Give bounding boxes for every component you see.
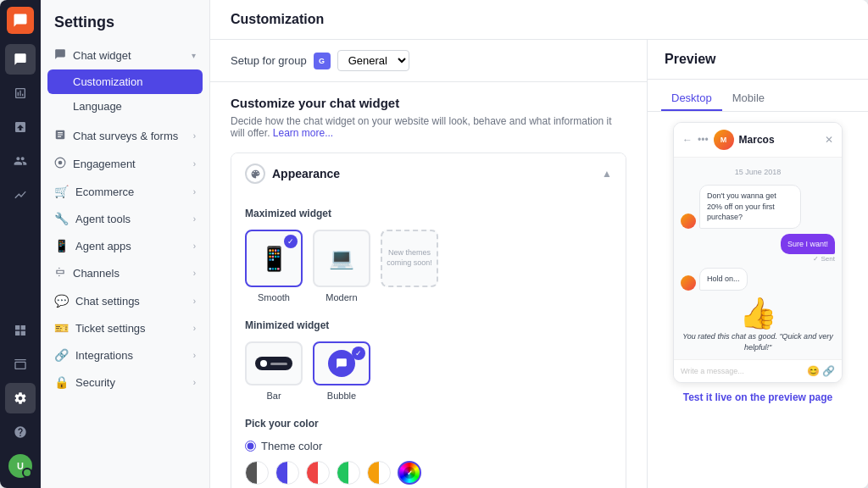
sidebar-sub-language[interactable]: Language	[41, 94, 209, 119]
agent-tools-label: Agent tools	[75, 213, 131, 225]
nav-settings[interactable]	[5, 383, 36, 413]
user-avatar[interactable]: U	[8, 454, 32, 478]
swatch-half-white[interactable]	[245, 461, 269, 485]
tab-mobile[interactable]: Mobile	[722, 86, 775, 111]
chevron-right-8-icon: ›	[193, 324, 196, 333]
nav-grid[interactable]	[5, 315, 36, 346]
nav-chat[interactable]	[5, 44, 36, 75]
sidebar-item-agent-tools[interactable]: 🔧 Agent tools ›	[41, 205, 209, 232]
panel-desc: Decide how the chat widget on your websi…	[231, 115, 626, 139]
sidebar-item-agent-apps[interactable]: 📱 Agent apps ›	[41, 232, 209, 259]
color-swatches: ✓	[245, 461, 612, 485]
live-link-suffix: on the preview page	[732, 391, 833, 403]
msg-row-agent-1: Don't you wanna get 20% off on your firs…	[681, 185, 835, 229]
sidebar-title: Settings	[41, 14, 209, 42]
channels-icon	[54, 266, 66, 280]
bar-dot	[260, 360, 267, 367]
nav-box[interactable]	[5, 349, 36, 380]
swatch-red[interactable]	[306, 461, 330, 485]
chevron-right-6-icon: ›	[193, 269, 196, 278]
theme-color-input[interactable]	[245, 441, 256, 452]
chevron-right-5-icon: ›	[193, 241, 196, 251]
color-section: Pick your color Theme color	[245, 418, 612, 488]
widget-option-bubble: ✓ Bubble	[313, 341, 370, 401]
appearance-icon	[245, 164, 265, 184]
sidebar-item-integrations[interactable]: 🔗 Integrations ›	[41, 341, 209, 369]
check-badge-bubble: ✓	[352, 347, 365, 360]
widget-option-box-bar[interactable]	[245, 341, 303, 385]
minimized-options: Bar ✓ Bubble	[245, 341, 612, 401]
smooth-icon: 📱	[259, 245, 289, 273]
sidebar-item-engagement[interactable]: Engagement ›	[41, 150, 209, 178]
appearance-header-left: Appearance	[245, 164, 340, 184]
chat-messages: 15 June 2018 Don't you wanna get 20% off…	[674, 158, 842, 359]
sidebar-item-security[interactable]: 🔒 Security ›	[41, 369, 209, 396]
msg-rating: You rated this chat as good. "Quick and …	[681, 331, 835, 352]
smooth-label: Smooth	[258, 292, 290, 302]
nav-reports[interactable]	[5, 78, 36, 108]
app-logo[interactable]	[7, 7, 34, 34]
widget-option-box-modern[interactable]: 💻	[313, 230, 370, 287]
content-area: Setup for group G General Customize your…	[210, 40, 868, 488]
sidebar-item-ecommerce[interactable]: 🛒 Ecommerce ›	[41, 178, 209, 205]
swatch-rainbow[interactable]: ✓	[398, 461, 421, 485]
pick-color-title: Pick your color	[245, 418, 612, 430]
learn-more-link[interactable]: Learn more...	[273, 127, 333, 139]
sidebar-item-chat-settings[interactable]: 💬 Chat settings ›	[41, 287, 209, 314]
preview-header: Preview	[648, 40, 868, 80]
engagement-label: Engagement	[73, 158, 136, 170]
widget-option-box-smooth[interactable]: ✓ 📱	[245, 230, 303, 287]
ticket-settings-icon: 🎫	[54, 321, 69, 335]
sidebar-item-ticket-settings[interactable]: 🎫 Ticket settings ›	[41, 314, 209, 341]
nav-inbox[interactable]	[5, 112, 36, 142]
chevron-right-4-icon: ›	[193, 214, 196, 224]
msg-bubble-agent-1: Don't you wanna get 20% off on your firs…	[699, 185, 801, 229]
svg-point-1	[58, 161, 63, 165]
appearance-header[interactable]: Appearance ▲	[231, 153, 626, 194]
sidebar: Settings Chat widget ▾ Customization Lan…	[41, 0, 210, 488]
chevron-down-icon: ▾	[192, 51, 196, 60]
icon-bar: U	[0, 0, 41, 488]
chat-menu-icon[interactable]: •••	[698, 134, 709, 146]
customization-panel: Setup for group G General Customize your…	[210, 40, 648, 488]
emoji-icon[interactable]: 😊	[807, 365, 820, 377]
minimized-widget-title: Minimized widget	[245, 319, 612, 331]
ticket-settings-label: Ticket settings	[75, 322, 146, 335]
preview-live-link[interactable]: Test it live on the preview page	[683, 391, 833, 403]
group-select[interactable]: General	[337, 50, 409, 71]
chat-input-row: Write a message... 😊 🔗	[674, 359, 842, 382]
msg-avatar-1	[681, 214, 696, 229]
nav-analytics[interactable]	[5, 180, 36, 210]
chat-back-icon[interactable]: ←	[682, 134, 693, 146]
preview-panel: Preview Desktop Mobile ← ••• M Marco	[648, 40, 868, 488]
msg-bubble-user-1: Sure I want!	[781, 234, 835, 255]
sidebar-sub-customization[interactable]: Customization	[47, 69, 203, 94]
chat-widget-label: Chat widget	[73, 49, 131, 62]
chat-agent-name: Marcos	[739, 134, 775, 146]
swatch-green[interactable]	[337, 461, 360, 485]
sidebar-item-chat-widget[interactable]: Chat widget ▾	[41, 42, 209, 69]
check-badge-smooth: ✓	[284, 235, 298, 248]
msg-row-agent-2: Hold on...	[681, 268, 835, 291]
chevron-right-2-icon: ›	[193, 159, 196, 169]
sidebar-sub-chat-widget: Customization Language	[41, 69, 209, 119]
preview-body: ← ••• M Marcos ✕ 15 June 2018	[648, 112, 868, 488]
chat-settings-icon: 💬	[54, 294, 69, 308]
swatch-orange[interactable]	[367, 461, 391, 485]
tab-desktop[interactable]: Desktop	[661, 86, 722, 111]
attachment-icon[interactable]: 🔗	[822, 365, 835, 377]
nav-help[interactable]	[5, 417, 36, 447]
chat-close-icon[interactable]: ✕	[825, 134, 833, 146]
widget-option-box-new-themes: New themes coming soon!	[381, 230, 438, 287]
swatch-half-purple[interactable]	[275, 461, 299, 485]
nav-agents[interactable]	[5, 146, 36, 176]
widget-option-box-bubble[interactable]: ✓	[313, 341, 370, 385]
sidebar-item-channels[interactable]: Channels ›	[41, 259, 209, 287]
sidebar-item-chat-surveys[interactable]: Chat surveys & forms ›	[41, 122, 209, 150]
chat-topbar-left: ← ••• M Marcos	[682, 130, 775, 150]
chevron-right-3-icon: ›	[193, 187, 196, 197]
panel-body: Customize your chat widget Decide how th…	[210, 82, 647, 488]
widget-option-modern: 💻 Modern	[313, 230, 370, 302]
theme-color-label: Theme color	[261, 440, 322, 452]
ecommerce-icon: 🛒	[54, 185, 69, 198]
